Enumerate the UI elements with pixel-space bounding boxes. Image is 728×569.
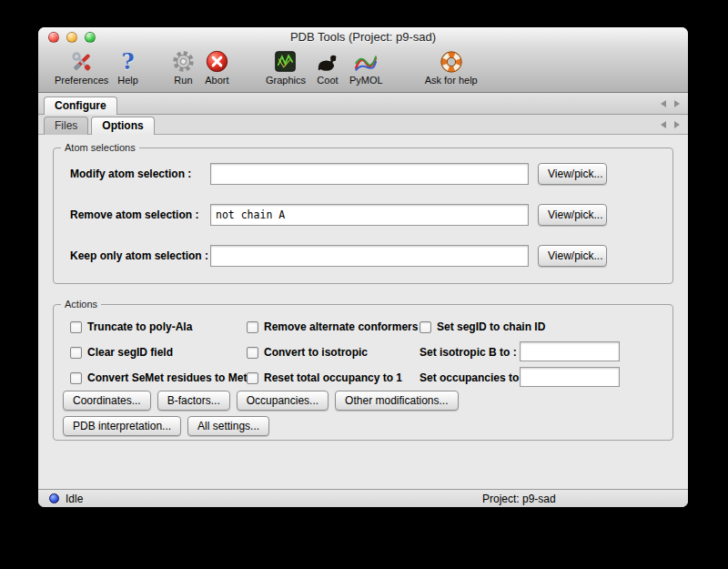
traffic-lights bbox=[48, 32, 96, 43]
group-legend: Actions bbox=[61, 299, 101, 310]
status-bar: Idle Project: p9-sad bbox=[38, 489, 688, 507]
toolbar-label: Coot bbox=[317, 75, 338, 86]
checkbox-box bbox=[420, 321, 431, 333]
toolbar-pymol-button[interactable]: PyMOL bbox=[349, 48, 383, 86]
tab-files[interactable]: Files bbox=[44, 117, 88, 135]
checkbox-label: Reset total occupancy to 1 bbox=[264, 371, 402, 384]
tab-nav-right-icon[interactable] bbox=[674, 100, 680, 107]
toolbar-abort-button[interactable]: Abort bbox=[205, 48, 229, 86]
checkbox-reset-total-occupancy[interactable]: Reset total occupancy to 1 bbox=[247, 371, 402, 385]
modify-atom-selection-label: Modify atom selection : bbox=[70, 163, 191, 185]
checkbox-label: Clear segID field bbox=[87, 346, 173, 359]
coot-bird-icon bbox=[315, 48, 340, 75]
toolbar-run-button[interactable]: Run bbox=[171, 48, 196, 86]
set-occupancies-input[interactable] bbox=[520, 367, 620, 387]
checkbox-remove-alternate-conformers[interactable]: Remove alternate conformers bbox=[247, 320, 418, 334]
group-legend: Atom selections bbox=[61, 142, 139, 154]
toolbar-ask-for-help-button[interactable]: Ask for help bbox=[425, 48, 478, 86]
status-text: Idle bbox=[66, 493, 83, 505]
checkbox-box bbox=[70, 321, 82, 333]
view-pick-button[interactable]: View/pick... bbox=[538, 204, 607, 226]
toolbar-label: Run bbox=[174, 75, 192, 86]
remove-atom-selection-label: Remove atom selection : bbox=[70, 204, 198, 226]
checkbox-box bbox=[247, 347, 258, 359]
toolbar: Preferences ? Help Run bbox=[38, 47, 688, 92]
actions-button-row-2: PDB interpretation... All settings... bbox=[63, 416, 269, 436]
keep-only-atom-selection-input[interactable] bbox=[210, 245, 529, 267]
toolbar-label: Graphics bbox=[266, 75, 306, 86]
lifesaver-icon bbox=[439, 48, 464, 75]
run-gear-icon bbox=[171, 48, 196, 75]
all-settings-button[interactable]: All settings... bbox=[187, 416, 269, 436]
zoom-button[interactable] bbox=[85, 32, 96, 43]
modify-atom-selection-input[interactable] bbox=[210, 163, 529, 185]
set-isotropic-b-input[interactable] bbox=[520, 341, 620, 361]
tab-nav-left-icon[interactable] bbox=[661, 100, 666, 107]
checkbox-box bbox=[70, 372, 82, 384]
checkbox-truncate-poly-ala[interactable]: Truncate to poly-Ala bbox=[70, 320, 192, 334]
toolbar-graphics-button[interactable]: Graphics bbox=[266, 48, 306, 86]
toolbar-preferences-button[interactable]: Preferences bbox=[55, 48, 108, 86]
window-title: PDB Tools (Project: p9-sad) bbox=[38, 27, 688, 47]
abort-x-icon bbox=[205, 48, 229, 75]
help-question-icon: ? bbox=[122, 48, 135, 75]
tab-nav-right-icon[interactable] bbox=[674, 121, 680, 128]
checkbox-convert-to-isotropic[interactable]: Convert to isotropic bbox=[247, 345, 368, 360]
toolbar-label: Help bbox=[117, 75, 138, 86]
pymol-ribbon-icon bbox=[353, 48, 379, 75]
checkbox-convert-semet-to-met[interactable]: Convert SeMet residues to Met bbox=[70, 371, 247, 385]
options-panel: Atom selections Modify atom selection : … bbox=[38, 135, 688, 489]
toolbar-coot-button[interactable]: Coot bbox=[315, 48, 340, 86]
actions-group: Actions Truncate to poly-Ala Remove alte… bbox=[53, 304, 673, 441]
tab-pager bbox=[661, 121, 680, 128]
checkbox-set-segid-to-chain-id[interactable]: Set segID to chain ID bbox=[420, 320, 545, 334]
other-modifications-button[interactable]: Other modifications... bbox=[335, 391, 458, 411]
graphics-icon bbox=[273, 48, 298, 75]
toolbar-help-button[interactable]: ? Help bbox=[117, 48, 138, 86]
occupancies-button[interactable]: Occupancies... bbox=[237, 391, 329, 411]
close-button[interactable] bbox=[48, 32, 59, 43]
toolbar-label: PyMOL bbox=[349, 75, 383, 86]
coordinates-button[interactable]: Coordinates... bbox=[63, 391, 151, 411]
toolbar-label: Preferences bbox=[55, 75, 108, 86]
tab-pager bbox=[661, 100, 680, 107]
set-occupancies-label: Set occupancies to : bbox=[420, 369, 526, 387]
b-factors-button[interactable]: B-factors... bbox=[157, 391, 230, 411]
remove-atom-selection-input[interactable] bbox=[210, 204, 529, 226]
set-isotropic-b-label: Set isotropic B to : bbox=[420, 343, 517, 361]
titlebar[interactable]: PDB Tools (Project: p9-sad) bbox=[38, 27, 688, 47]
checkbox-label: Set segID to chain ID bbox=[437, 320, 545, 333]
checkbox-label: Convert to isotropic bbox=[264, 346, 368, 359]
pdb-interpretation-button[interactable]: PDB interpretation... bbox=[63, 416, 181, 436]
checkbox-box bbox=[70, 347, 82, 359]
actions-button-row-1: Coordinates... B-factors... Occupancies.… bbox=[63, 391, 459, 411]
keep-only-atom-selection-label: Keep only atom selection : bbox=[70, 245, 208, 267]
status-led-icon bbox=[49, 493, 59, 503]
checkbox-box bbox=[247, 321, 258, 333]
view-pick-button[interactable]: View/pick... bbox=[538, 245, 607, 267]
atom-selections-group: Atom selections Modify atom selection : … bbox=[53, 147, 673, 284]
project-label: Project: p9-sad bbox=[482, 493, 556, 505]
checkbox-label: Convert SeMet residues to Met bbox=[87, 371, 247, 384]
tab-configure[interactable]: Configure bbox=[44, 97, 117, 115]
files-options-tab-bar: Files Options bbox=[38, 115, 688, 135]
tab-nav-left-icon[interactable] bbox=[661, 121, 666, 128]
checkbox-box bbox=[247, 372, 258, 384]
toolbar-label: Ask for help bbox=[425, 75, 478, 86]
checkbox-label: Remove alternate conformers bbox=[264, 320, 418, 333]
tab-options[interactable]: Options bbox=[91, 117, 154, 135]
checkbox-clear-segid-field[interactable]: Clear segID field bbox=[70, 345, 173, 360]
checkbox-label: Truncate to poly-Ala bbox=[87, 320, 192, 333]
preferences-tools-icon bbox=[69, 48, 95, 75]
minimize-button[interactable] bbox=[66, 32, 77, 43]
configure-tab-bar: Configure bbox=[38, 93, 688, 115]
window-header: PDB Tools (Project: p9-sad) bbox=[38, 27, 688, 93]
view-pick-button[interactable]: View/pick... bbox=[538, 163, 607, 185]
toolbar-label: Abort bbox=[205, 75, 228, 86]
app-window: PDB Tools (Project: p9-sad) bbox=[38, 27, 688, 507]
